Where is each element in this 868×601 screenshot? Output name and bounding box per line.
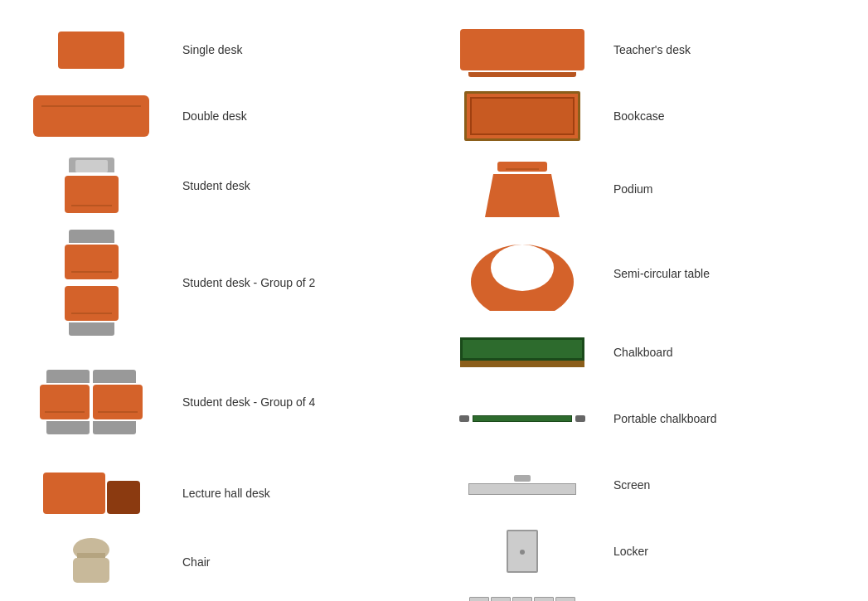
curved-back-chair-row: Curved back chair xyxy=(0,597,431,601)
student-desk-group4-icon-area xyxy=(17,370,166,434)
portable-chalkboard-row: Portable chalkboard xyxy=(431,385,868,452)
locker-unit-5 xyxy=(555,597,575,601)
chalkboard-board xyxy=(460,337,584,361)
student-desk-group4-row: Student desk - Group of 4 xyxy=(0,344,431,460)
lecture-hall-desk-label: Lecture hall desk xyxy=(166,487,415,500)
semi-circular-table-icon-area xyxy=(448,236,597,311)
semi-circular-table-row: Semi-circular table xyxy=(431,228,868,319)
bank-of-5-lockers-icon-area xyxy=(448,597,597,601)
locker-unit-1 xyxy=(469,597,489,601)
group4-chair-bot-right xyxy=(93,421,136,434)
bookcase-row: Bookcase xyxy=(431,83,868,149)
svg-rect-1 xyxy=(73,558,109,583)
student-desk-group4-label: Student desk - Group of 4 xyxy=(166,395,415,409)
student-desk-label: Student desk xyxy=(166,179,415,192)
single-desk-row: Single desk xyxy=(0,17,431,83)
teachers-desk-icon xyxy=(460,29,584,70)
group2-desk1 xyxy=(65,245,119,279)
bank-of-5-lockers-icon xyxy=(469,597,575,601)
single-desk-icon xyxy=(58,32,124,69)
teachers-desk-row: Teacher's desk xyxy=(431,17,868,83)
group4-chairs-top xyxy=(46,370,136,383)
svg-rect-4 xyxy=(497,162,547,172)
group4-desk-right xyxy=(93,385,143,419)
portable-chalkboard-board xyxy=(473,415,572,422)
chair-icon xyxy=(69,535,114,589)
chair-icon-area xyxy=(17,535,166,589)
chalkboard-icon-area xyxy=(448,337,597,367)
screen-body xyxy=(468,483,576,495)
lecture-hall-desk-icon-area xyxy=(17,473,166,514)
chalkboard-row: Chalkboard xyxy=(431,319,868,385)
student-desk-group2-row: Student desk - Group of 2 xyxy=(0,221,431,344)
chalkboard-icon xyxy=(460,337,584,367)
bookcase-icon-area xyxy=(448,91,597,141)
teachers-desk-label: Teacher's desk xyxy=(597,43,851,56)
portable-chalkboard-icon-area xyxy=(448,415,597,422)
svg-point-8 xyxy=(491,245,554,291)
group4-desks xyxy=(40,385,143,419)
bank-of-5-lockers-row: Bank of 5 lockers xyxy=(431,584,868,601)
single-desk-label: Single desk xyxy=(166,43,415,56)
chair-label: Chair xyxy=(166,555,415,569)
screen-label: Screen xyxy=(597,478,851,492)
locker-unit-4 xyxy=(534,597,554,601)
svg-rect-2 xyxy=(77,553,105,558)
portable-chalkboard-icon xyxy=(459,415,585,422)
podium-row: Podium xyxy=(431,149,868,228)
screen-handle xyxy=(514,475,531,482)
lecture-hall-desk-icon xyxy=(43,473,140,514)
group4-chairs-bot xyxy=(46,421,136,434)
bookcase-inner xyxy=(470,97,575,135)
bookcase-label: Bookcase xyxy=(597,109,851,123)
chair-row: Chair xyxy=(0,526,431,597)
double-desk-icon-area xyxy=(17,95,166,137)
student-desk-icon xyxy=(65,158,119,213)
group2-chair-bot xyxy=(69,322,114,336)
student-desk-top xyxy=(65,176,119,213)
bookcase-icon xyxy=(464,91,580,141)
double-desk-label: Double desk xyxy=(166,109,415,123)
portable-chalkboard-handle-left xyxy=(459,415,469,422)
semi-circular-table-label: Semi-circular table xyxy=(597,267,851,280)
locker-label: Locker xyxy=(597,545,851,558)
group2-desk2 xyxy=(65,286,119,321)
left-column: Single desk Double desk Student desk xyxy=(0,17,431,601)
group4-chair-top-left xyxy=(46,370,90,383)
locker-icon xyxy=(507,530,538,573)
chalkboard-tray xyxy=(460,361,584,367)
locker-icon-area xyxy=(448,530,597,573)
student-desk-row: Student desk xyxy=(0,149,431,221)
single-desk-icon-area xyxy=(17,32,166,69)
screen-row: Screen xyxy=(431,452,868,518)
group4-chair-bot-left xyxy=(46,421,90,434)
lecture-desk-top xyxy=(43,473,105,514)
podium-icon-area xyxy=(448,158,597,220)
double-desk-row: Double desk xyxy=(0,83,431,149)
portable-chalkboard-handle-right xyxy=(575,415,585,422)
chalkboard-label: Chalkboard xyxy=(597,346,851,359)
student-desk-icon-area xyxy=(17,158,166,213)
student-desk-group2-icon xyxy=(65,230,119,336)
group4-chair-top-right xyxy=(93,370,136,383)
group4-desk-left xyxy=(40,385,90,419)
double-desk-icon xyxy=(33,95,149,137)
student-desk-chair-top xyxy=(69,158,114,172)
podium-label: Podium xyxy=(597,182,851,196)
student-desk-group2-icon-area xyxy=(17,230,166,336)
svg-marker-6 xyxy=(485,174,560,217)
portable-chalkboard-label: Portable chalkboard xyxy=(597,412,851,425)
locker-row: Locker xyxy=(431,518,868,584)
right-column: Teacher's desk Bookcase Podium xyxy=(431,17,868,601)
student-desk-group2-label: Student desk - Group of 2 xyxy=(166,276,415,289)
student-desk-group4-icon xyxy=(40,370,143,434)
semi-circular-table-icon xyxy=(464,236,580,311)
lecture-hall-desk-row: Lecture hall desk xyxy=(0,460,431,526)
screen-icon xyxy=(468,475,576,495)
lecture-chair xyxy=(107,481,140,514)
teachers-desk-icon-area xyxy=(448,29,597,70)
locker-unit-3 xyxy=(512,597,532,601)
screen-icon-area xyxy=(448,475,597,495)
podium-icon xyxy=(477,158,568,220)
locker-unit-2 xyxy=(491,597,511,601)
